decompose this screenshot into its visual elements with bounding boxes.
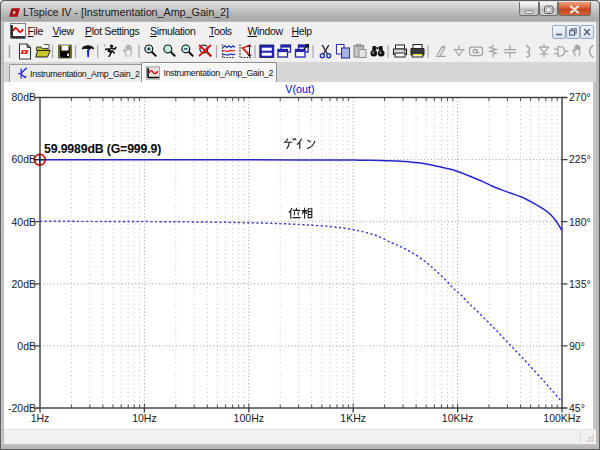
- svg-text:180°: 180°: [569, 216, 591, 228]
- svg-text:100Hz: 100Hz: [234, 412, 264, 424]
- svg-text:225°: 225°: [569, 153, 591, 165]
- svg-text:10KHz: 10KHz: [442, 412, 474, 424]
- svg-text:270°: 270°: [569, 91, 591, 103]
- svg-text:60dB: 60dB: [11, 153, 36, 165]
- svg-text:0dB: 0dB: [17, 340, 36, 352]
- svg-text:10Hz: 10Hz: [132, 412, 157, 424]
- svg-text:1KHz: 1KHz: [340, 412, 366, 424]
- svg-text:80dB: 80dB: [11, 91, 36, 103]
- svg-text:135°: 135°: [569, 278, 591, 290]
- svg-text:1Hz: 1Hz: [31, 412, 50, 424]
- svg-text:90°: 90°: [569, 340, 585, 352]
- svg-text:59.9989dB (G=999.9): 59.9989dB (G=999.9): [44, 142, 161, 156]
- svg-text:100KHz: 100KHz: [543, 412, 580, 424]
- svg-text:20dB: 20dB: [11, 278, 36, 290]
- svg-text:V(out): V(out): [285, 83, 314, 95]
- svg-text:40dB: 40dB: [11, 216, 36, 228]
